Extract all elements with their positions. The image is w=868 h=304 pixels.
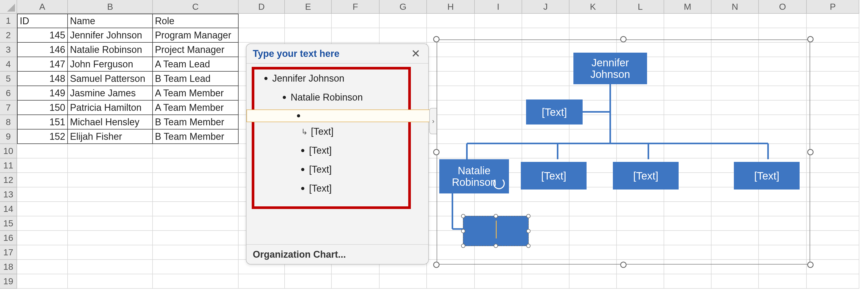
- cell[interactable]: [153, 231, 239, 245]
- cell[interactable]: [379, 14, 427, 28]
- cell[interactable]: [153, 245, 239, 260]
- cell-id[interactable]: 146: [17, 43, 68, 57]
- org-node-assistant[interactable]: [Text]: [526, 99, 583, 124]
- resize-handle[interactable]: [526, 229, 530, 233]
- col-header-a[interactable]: A: [17, 0, 68, 14]
- cell[interactable]: [332, 14, 379, 28]
- header-role[interactable]: Role: [153, 14, 239, 28]
- smartart-text-pane[interactable]: Type your text here ✕ Jennifer Johnson N…: [246, 43, 429, 265]
- col-header-i[interactable]: I: [475, 0, 522, 14]
- cell[interactable]: [153, 173, 239, 187]
- col-header-f[interactable]: F: [332, 0, 379, 14]
- cell[interactable]: [17, 158, 68, 173]
- cell[interactable]: [68, 173, 153, 187]
- col-header-g[interactable]: G: [379, 0, 427, 14]
- cell-name[interactable]: Patricia Hamilton: [68, 100, 153, 115]
- cell[interactable]: [379, 28, 427, 43]
- cell[interactable]: [807, 86, 859, 100]
- cell[interactable]: [569, 274, 617, 289]
- cell[interactable]: [664, 14, 712, 28]
- list-item[interactable]: ↳[Text]: [251, 122, 424, 141]
- cell[interactable]: [475, 274, 522, 289]
- text-pane-body[interactable]: Jennifer Johnson Natalie Robinson ↳[Text…: [246, 64, 428, 244]
- row-header[interactable]: 12: [0, 173, 17, 187]
- header-name[interactable]: Name: [68, 14, 153, 28]
- cell[interactable]: [153, 216, 239, 231]
- cell[interactable]: [68, 260, 153, 274]
- row-header[interactable]: 13: [0, 187, 17, 202]
- col-header-b[interactable]: B: [68, 0, 153, 14]
- row-header[interactable]: 7: [0, 100, 17, 115]
- cell[interactable]: [153, 187, 239, 202]
- cell[interactable]: [17, 187, 68, 202]
- cell[interactable]: [807, 158, 859, 173]
- cell[interactable]: [68, 202, 153, 216]
- resize-handle[interactable]: [494, 214, 498, 218]
- row-header[interactable]: 6: [0, 86, 17, 100]
- cell-role[interactable]: A Team Lead: [153, 57, 239, 71]
- cell[interactable]: [807, 245, 859, 260]
- cell[interactable]: [153, 202, 239, 216]
- list-item[interactable]: Natalie Robinson: [251, 88, 424, 107]
- cell-role[interactable]: Project Manager: [153, 43, 239, 57]
- cell[interactable]: [17, 202, 68, 216]
- row-header[interactable]: 10: [0, 144, 17, 158]
- row-header[interactable]: 1: [0, 14, 17, 28]
- row-header[interactable]: 17: [0, 245, 17, 260]
- org-node-top[interactable]: JenniferJohnson: [574, 53, 647, 84]
- resize-handle[interactable]: [461, 244, 465, 248]
- cell[interactable]: [68, 144, 153, 158]
- row-header[interactable]: 19: [0, 274, 17, 289]
- cell[interactable]: [17, 260, 68, 274]
- cell[interactable]: [68, 216, 153, 231]
- col-header-k[interactable]: K: [569, 0, 617, 14]
- list-item[interactable]: [Text]: [251, 141, 424, 160]
- cell[interactable]: [68, 245, 153, 260]
- cell[interactable]: [68, 158, 153, 173]
- cell[interactable]: [807, 28, 859, 43]
- cell[interactable]: [807, 129, 859, 144]
- cell[interactable]: [522, 14, 569, 28]
- cell[interactable]: [807, 173, 859, 187]
- cell[interactable]: [807, 202, 859, 216]
- cell-role[interactable]: B Team Member: [153, 129, 239, 144]
- cell[interactable]: [332, 274, 379, 289]
- cell[interactable]: [807, 231, 859, 245]
- cell[interactable]: [17, 231, 68, 245]
- cell[interactable]: [427, 274, 475, 289]
- cell[interactable]: [68, 274, 153, 289]
- org-node-child[interactable]: [Text]: [613, 162, 679, 189]
- text-pane-footer[interactable]: Organization Chart...: [246, 244, 428, 264]
- cell-id[interactable]: 151: [17, 115, 68, 129]
- cell[interactable]: [153, 158, 239, 173]
- resize-handle[interactable]: [526, 214, 530, 218]
- resize-handle[interactable]: [461, 214, 465, 218]
- row-header[interactable]: 15: [0, 216, 17, 231]
- cell[interactable]: [68, 187, 153, 202]
- cell-id[interactable]: 145: [17, 28, 68, 43]
- cell-role[interactable]: B Team Member: [153, 115, 239, 129]
- cell-name[interactable]: John Ferguson: [68, 57, 153, 71]
- cell[interactable]: [17, 274, 68, 289]
- cell[interactable]: [807, 115, 859, 129]
- org-node-child[interactable]: [Text]: [734, 162, 800, 189]
- cell-id[interactable]: 152: [17, 129, 68, 144]
- cell[interactable]: [285, 28, 332, 43]
- cell[interactable]: [153, 144, 239, 158]
- cell[interactable]: [475, 14, 522, 28]
- cell-role[interactable]: A Team Member: [153, 86, 239, 100]
- cell[interactable]: [807, 57, 859, 71]
- cell-name[interactable]: Jennifer Johnson: [68, 28, 153, 43]
- cell-role[interactable]: A Team Member: [153, 100, 239, 115]
- cell[interactable]: [239, 14, 285, 28]
- col-header-m[interactable]: M: [664, 0, 712, 14]
- expand-text-pane-tab[interactable]: ›: [429, 108, 437, 134]
- cell[interactable]: [17, 245, 68, 260]
- cell[interactable]: [285, 274, 332, 289]
- row-header[interactable]: 11: [0, 158, 17, 173]
- org-node-editing[interactable]: [463, 216, 529, 246]
- col-header-l[interactable]: L: [617, 0, 664, 14]
- col-header-d[interactable]: D: [239, 0, 285, 14]
- list-item-editing[interactable]: [246, 110, 433, 122]
- cell-role[interactable]: Program Manager: [153, 28, 239, 43]
